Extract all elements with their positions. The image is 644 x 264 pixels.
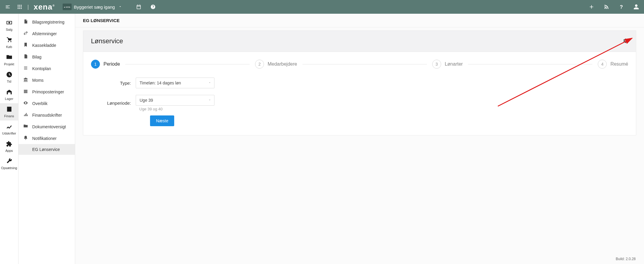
submenu-item-2[interactable]: Kassekladde bbox=[18, 39, 75, 51]
step-2[interactable]: 2Medarbejdere bbox=[255, 60, 297, 69]
step-label: Periode bbox=[104, 61, 120, 67]
rows-icon bbox=[23, 89, 28, 95]
sidebar-item-finans[interactable]: Finans bbox=[0, 103, 18, 121]
swap-icon bbox=[23, 31, 28, 36]
submenu-item-8[interactable]: Finansudskrifter bbox=[18, 109, 75, 121]
sidebar-item-udskrifter[interactable]: Udskrifter bbox=[0, 121, 18, 138]
submenu-item-1[interactable]: Afstemninger bbox=[18, 28, 75, 39]
sidebar-item-label: Tid bbox=[7, 80, 11, 83]
collapse-menu-button[interactable] bbox=[4, 3, 12, 11]
breadcrumb: EG LØNSERVICE bbox=[75, 14, 644, 27]
submenu-item-0[interactable]: Bilagsregistrering bbox=[18, 16, 75, 28]
submenu-item-label: Notifikationer bbox=[32, 136, 57, 141]
build-info: Build: 2.0.28 bbox=[616, 257, 636, 261]
submenu-item-label: Kassekladde bbox=[32, 43, 56, 48]
doc-icon bbox=[23, 19, 28, 25]
sidebar-item-opsaetning[interactable]: Opsætning bbox=[0, 155, 18, 172]
step-3[interactable]: 3Lønarter bbox=[432, 60, 463, 69]
sidebar-item-kob[interactable]: Køb bbox=[0, 34, 18, 51]
sidebar-item-label: Projekt bbox=[4, 62, 14, 66]
sidebar-item-label: Udskrifter bbox=[2, 132, 16, 135]
submenu-item-label: EG Lønservice bbox=[32, 147, 60, 152]
submenu-item-label: Bilag bbox=[32, 55, 41, 59]
chart-icon bbox=[6, 123, 13, 131]
company-name: Byggeriet sæg igang bbox=[74, 4, 115, 10]
step-circle: 1 bbox=[91, 60, 100, 69]
ledger-icon bbox=[6, 106, 13, 113]
submenu-item-3[interactable]: Bilag bbox=[18, 51, 75, 63]
step-label: Medarbejdere bbox=[268, 61, 297, 67]
wrench-icon bbox=[6, 158, 13, 165]
sidebar-item-label: Finans bbox=[4, 114, 14, 118]
submenu-item-9[interactable]: Dokumentoversigt bbox=[18, 121, 75, 132]
list-icon bbox=[23, 66, 28, 71]
help-circle-icon[interactable] bbox=[149, 3, 157, 11]
submenu-item-7[interactable]: Overblik bbox=[18, 98, 75, 109]
add-button[interactable] bbox=[587, 3, 596, 11]
submenu-item-label: Finansudskrifter bbox=[32, 113, 62, 118]
period-select[interactable]: Uge 39 bbox=[136, 95, 214, 106]
wizard-stepper: 1Periode2Medarbejdere3Lønarter4Resumé bbox=[83, 52, 636, 74]
submenu-item-6[interactable]: Primoposteringer bbox=[18, 86, 75, 98]
sidebar-item-tid[interactable]: Tid bbox=[0, 69, 18, 86]
step-label: Resumé bbox=[610, 61, 628, 67]
bank-icon bbox=[23, 77, 28, 83]
sidebar-item-projekt[interactable]: Projekt bbox=[0, 51, 18, 69]
rss-icon[interactable] bbox=[602, 3, 611, 11]
submenu-item-4[interactable]: Kontoplan bbox=[18, 63, 75, 74]
submenu-item-label: Kontoplan bbox=[32, 66, 51, 71]
warehouse-icon bbox=[6, 89, 13, 96]
submenu-item-label: Afstemninger bbox=[32, 31, 57, 36]
chevron-down-icon bbox=[208, 81, 211, 85]
grid-apps-icon[interactable] bbox=[16, 3, 24, 11]
secondary-sidebar: BilagsregistreringAfstemningerKassekladd… bbox=[18, 14, 75, 264]
type-select[interactable]: Timeløn: 14 dages løn bbox=[136, 78, 214, 88]
sidebar-item-apps[interactable]: Apps bbox=[0, 138, 18, 155]
submenu-item-10[interactable]: Notifikationer bbox=[18, 132, 75, 144]
card-settings-button[interactable] bbox=[623, 38, 628, 44]
folder-icon bbox=[6, 54, 13, 61]
submenu-item-label: Dokumentoversigt bbox=[32, 124, 66, 129]
next-button[interactable]: Næste bbox=[150, 115, 174, 126]
period-label: Lønperiode: bbox=[91, 101, 136, 106]
submenu-item-label: Moms bbox=[32, 78, 44, 83]
bookmark-icon bbox=[23, 42, 28, 48]
chevron-down-icon bbox=[118, 4, 122, 9]
top-navbar: | xena® ● xena Byggeriet sæg igang ? bbox=[0, 0, 644, 14]
submenu-item-5[interactable]: Moms bbox=[18, 74, 75, 86]
sidebar-item-label: Apps bbox=[5, 149, 13, 152]
step-4[interactable]: 4Resumé bbox=[598, 60, 628, 69]
lonservice-card: Lønservice 1Periode2Medarbejdere3Lønarte… bbox=[83, 30, 636, 135]
sidebar-item-label: Lager bbox=[5, 97, 13, 101]
sidebar-item-label: Salg bbox=[6, 28, 12, 31]
puzzle-icon bbox=[6, 141, 13, 148]
step-divider bbox=[302, 64, 427, 64]
step-divider bbox=[468, 64, 592, 64]
user-icon[interactable] bbox=[632, 3, 640, 11]
step-circle: 2 bbox=[255, 60, 264, 69]
sidebar-item-salg[interactable]: Salg bbox=[0, 17, 18, 34]
type-label: Type: bbox=[91, 81, 136, 86]
svg-text:?: ? bbox=[620, 4, 623, 10]
primary-sidebar: SalgKøbProjektTidLagerFinansUdskrifterAp… bbox=[0, 14, 18, 264]
calendar-icon[interactable] bbox=[135, 3, 143, 11]
help-question-icon[interactable]: ? bbox=[617, 3, 626, 11]
bars-icon bbox=[23, 112, 28, 118]
submenu-item-label: Overblik bbox=[32, 101, 47, 106]
brand-logo[interactable]: xena® bbox=[33, 2, 56, 12]
sidebar-item-lager[interactable]: Lager bbox=[0, 86, 18, 103]
submenu-item-label: Bilagsregistrering bbox=[32, 20, 64, 24]
type-value: Timeløn: 14 dages løn bbox=[140, 81, 181, 85]
money-icon bbox=[6, 19, 13, 27]
sidebar-item-label: Opsætning bbox=[1, 166, 17, 170]
cart-icon bbox=[6, 37, 13, 44]
eye-icon bbox=[23, 101, 28, 106]
company-badge-icon: ● xena bbox=[63, 4, 72, 10]
bell-icon bbox=[23, 135, 28, 141]
step-circle: 4 bbox=[598, 60, 607, 69]
clock-icon bbox=[6, 71, 13, 79]
chevron-down-icon bbox=[208, 98, 211, 103]
sidebar-item-label: Køb bbox=[6, 45, 12, 49]
submenu-item-11[interactable]: EG Lønservice bbox=[18, 144, 75, 155]
company-switcher[interactable]: ● xena Byggeriet sæg igang bbox=[63, 4, 122, 10]
